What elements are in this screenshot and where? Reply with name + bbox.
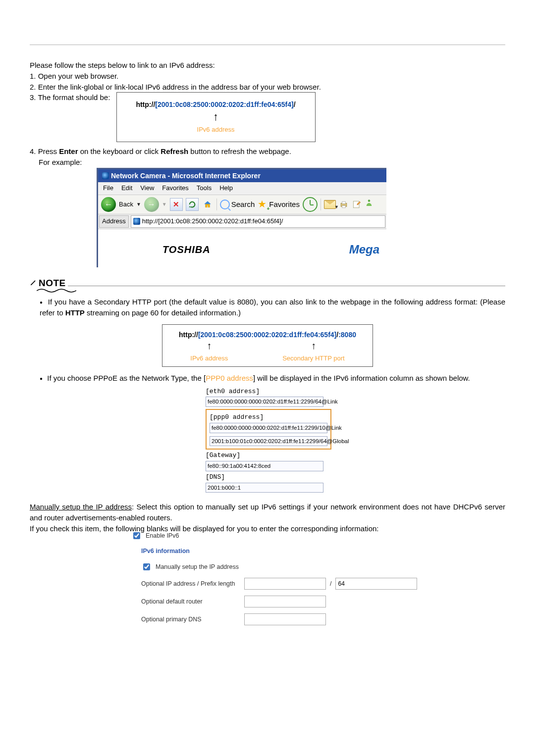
search-button[interactable]: Search [220,199,255,210]
url-ipv6-address: 2001:0c08:2500:0002:0202:d1ff:fe04:65f4 [158,101,291,108]
gateway-label: [Gateway] [206,452,240,459]
refresh-button[interactable] [186,198,199,211]
menu-help[interactable]: Help [219,184,233,193]
bullet1-http-bold: HTTP [65,308,85,317]
step-1: 1. Open your web browser. [30,71,505,82]
url-format-box: http://[2001:0c08:2500:0002:0202:d1ff:fe… [116,92,316,142]
bullet2-text-a: If you choose PPPoE as the Network Type,… [47,374,206,382]
step-2: 2. Enter the link-global or link-local I… [30,82,505,93]
ie-address-bar: Address http://[2001:0c08:2500:0002:0202… [98,214,386,229]
history-button[interactable] [303,197,318,212]
ie-body: TOSHIBA Mega [98,229,386,267]
step-4c: on the keyboard or click [78,147,161,155]
url-format-box-2: http://[2001:0c08:2500:0002:0202:d1ff:fe… [162,324,373,367]
url2-prefix: http:// [179,331,198,339]
mega-text: Mega [349,241,381,258]
primary-dns-input[interactable] [244,613,326,625]
url2-port: :8080 [338,331,356,339]
address-value: http://[2001:0c08:2500:0002:0202:d1ff:fe… [142,217,283,226]
gateway-value: fe80::90:1a00:4142:8ced [206,461,323,471]
ie-window-icon [102,172,109,179]
ie-screenshot: Network Camera - Microsoft Internet Expl… [97,168,386,267]
step-4a: 4. Press [30,147,59,155]
enable-ipv6-label: Enable IPv6 [146,531,179,540]
edit-button[interactable] [352,200,362,209]
search-icon [220,200,230,209]
favorites-label: Favorites [269,199,300,210]
step-4-enter: Enter [59,147,78,155]
enable-ipv6-checkbox[interactable] [133,532,140,539]
ipv6-settings-panel: Enable IPv6 IPv6 information Manually se… [131,531,505,625]
ipv6-info-panel: [eth0 address] fe80:0000:0000:0000:0202:… [206,387,329,493]
arrow-up-icon-2a: ↑ [190,339,228,353]
url-format-line: http://[2001:0c08:2500:0002:0202:d1ff:fe… [127,100,305,109]
url2-ipv6: 2001:0c08:2500:0002:0202:d1ff:fe04:65f4 [201,331,334,339]
menu-view[interactable]: View [140,184,154,193]
address-ie-icon [133,218,140,225]
favorites-button[interactable]: ★+ Favorites [258,197,300,211]
url-suffix: / [294,101,296,108]
manual-setup-text-2: If you check this item, the following bl… [30,524,379,533]
bullet2-text-c: ] will be displayed in the IPv6 informat… [253,374,470,382]
step-3: 3. The format should be: [30,93,110,101]
ppp0-highlight-box: [ppp0 address] fe80:0000:0000:0000:0202:… [206,409,331,450]
dns-value: 2001:b000::1 [206,483,323,493]
favorites-star-icon: ★+ [258,197,267,211]
url2-label-port: Secondary HTTP port [282,354,344,362]
step-4e: button to refresh the webpage. [188,147,291,155]
search-label: Search [231,199,255,210]
stop-button[interactable]: ✕ [170,198,183,211]
intro-text: Please follow the steps below to link to… [30,60,505,71]
step-4-refresh: Refresh [160,147,188,155]
ie-toolbar: ← Back ▼ → ▼ ✕ Search ★+ [98,195,386,214]
ppp0-value-1: fe80:0000:0000:0000:0202:d1ff:fe11:2299/… [210,423,327,433]
messenger-button[interactable] [365,199,374,210]
manual-setup-label: Manually setup the IP address [156,562,239,571]
url-prefix: http:// [136,101,155,108]
forward-button[interactable]: → [144,197,159,212]
ie-title-bar: Network Camera - Microsoft Internet Expl… [98,169,386,182]
svg-rect-2 [342,205,346,207]
arrow-up-icon-2b: ↑ [282,339,344,353]
arrow-up-icon: ↑ [127,109,305,125]
ie-menu-bar: File Edit View Favorites Tools Help [98,182,386,195]
ppp0-label: [ppp0 address] [210,413,264,421]
ie-title-text: Network Camera - Microsoft Internet Expl… [111,171,261,181]
back-button[interactable]: ← [101,197,116,212]
pencil-icon [30,279,37,286]
address-field[interactable]: http://[2001:0c08:2500:0002:0202:d1ff:fe… [131,215,385,228]
home-button[interactable] [202,199,214,210]
mail-button[interactable]: ▼ [324,200,336,209]
manual-setup-paragraph: Manually setup the IP address: Select th… [30,502,505,523]
menu-tools[interactable]: Tools [197,184,212,193]
menu-edit[interactable]: Edit [121,184,132,193]
url2-label-ipv6: IPv6 address [190,354,228,362]
bullet1-text-c: streaming on page 60 for detailed inform… [85,308,241,317]
svg-point-4 [368,200,371,202]
menu-favorites[interactable]: Favorites [162,184,188,193]
print-button[interactable] [339,200,349,209]
address-label: Address [99,215,129,228]
toshiba-logo: TOSHIBA [162,243,211,257]
prefix-length-input[interactable] [335,578,417,590]
note-heading: NOTE [30,276,505,290]
eth0-label: [eth0 address] [206,388,260,395]
default-router-label: Optional default router [141,597,240,606]
eth0-value: fe80:0000:0000:0000:0202:d1ff:fe11:2299/… [206,397,323,407]
menu-file[interactable]: File [103,184,113,193]
dns-label: [DNS] [206,473,225,481]
primary-dns-label: Optional primary DNS [141,615,240,624]
ip-address-input[interactable] [244,578,326,590]
ip-prefix-label: Optional IP address / Prefix length [141,579,240,588]
back-label: Back [119,200,133,209]
manual-setup-checkbox[interactable] [143,563,150,570]
forward-dropdown-icon[interactable]: ▼ [162,201,167,208]
back-dropdown-icon[interactable]: ▼ [136,201,141,208]
note-label: NOTE [39,276,66,290]
ipv6-address-label: IPv6 address [197,126,235,133]
default-router-input[interactable] [244,596,326,607]
ppp0-value-2: 2001:b100:01c0:0002:0202:d1ff:fe11:2299/… [210,436,327,447]
note-bullet-2: If you choose PPPoE as the Network Type,… [40,373,505,384]
ipv6-information-header: IPv6 information [141,547,505,555]
bullet2-ppp0: PPP0 address [206,374,253,382]
